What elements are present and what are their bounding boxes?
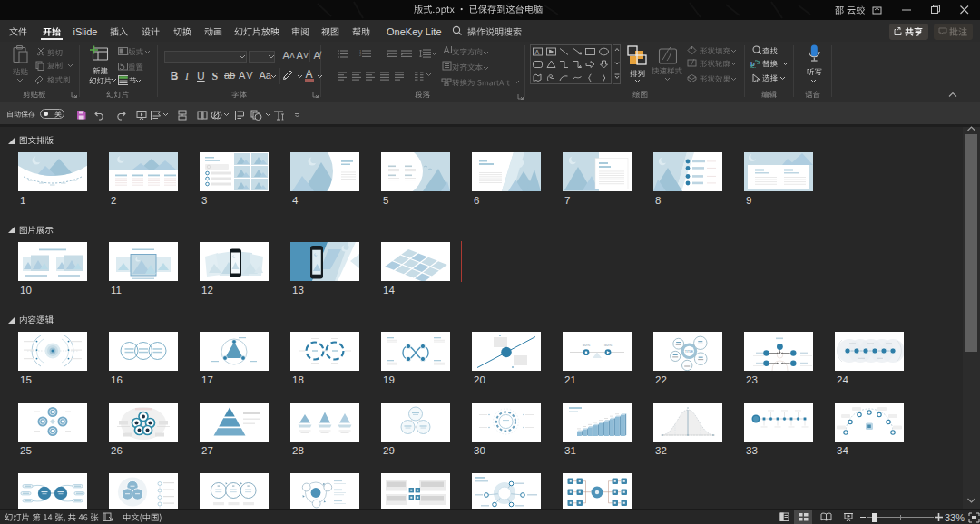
svg-text:50%: 50% (583, 343, 591, 347)
svg-text:A: A (535, 48, 540, 54)
svg-text:TITLE: TITLE (685, 350, 694, 354)
svg-text:2: 2 (359, 53, 362, 57)
svg-text:50%: 50% (604, 343, 612, 347)
